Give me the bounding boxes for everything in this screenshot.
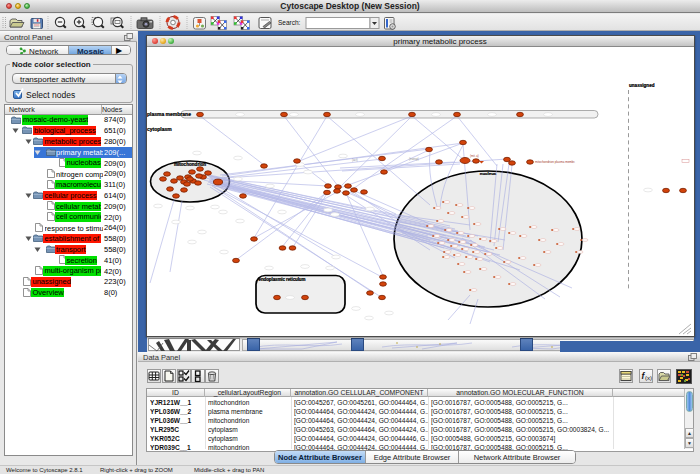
svg-text:(mit. a): (mit. a) xyxy=(470,154,479,158)
svg-text:mitochondrion: mitochondrion xyxy=(174,162,206,167)
svg-text:(x): (x) xyxy=(645,375,652,381)
svg-text:(act): (act) xyxy=(352,158,358,162)
svg-text:endoplasmic reticulum: endoplasmic reticulum xyxy=(259,277,306,282)
svg-text:plasma membrane: plasma membrane xyxy=(147,111,191,117)
svg-text:Search:: Search: xyxy=(278,19,301,26)
svg-text:unassigned: unassigned xyxy=(629,83,655,88)
svg-text:nucleus: nucleus xyxy=(480,171,497,176)
svg-text:mitochondrion plasma membr.: mitochondrion plasma membr. xyxy=(535,160,575,164)
svg-text:(transp): (transp) xyxy=(409,157,419,161)
svg-text:cytoplasm: cytoplasm xyxy=(147,126,172,132)
